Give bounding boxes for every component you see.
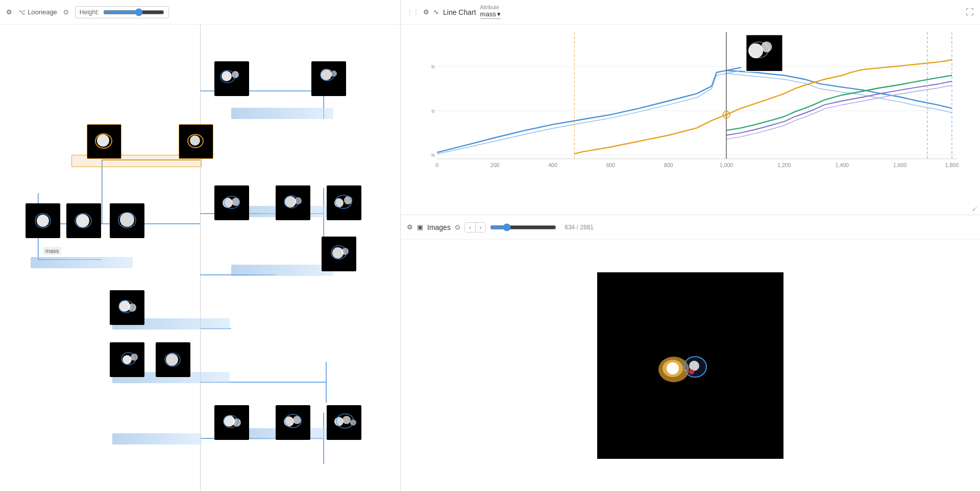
thumb-left-1[interactable]	[26, 203, 60, 238]
images-crosshair-icon: ⊙	[455, 223, 460, 231]
thumb-bot-3[interactable]	[327, 405, 361, 440]
svg-text:150m: 150m	[431, 108, 434, 114]
thumb-bot-2[interactable]	[276, 405, 310, 440]
svg-point-58	[233, 418, 241, 427]
chart-line-icon: ∿	[433, 8, 439, 16]
thumb-low-2[interactable]	[156, 342, 190, 377]
fullscreen-icon: ⛶	[966, 8, 974, 16]
track-bar-1	[231, 108, 333, 119]
drag-handle-icon: ⋮⋮	[407, 9, 419, 16]
thumb-left-3[interactable]	[110, 203, 144, 238]
svg-point-42	[76, 214, 89, 227]
thumb-4[interactable]	[276, 185, 310, 220]
lineage-button[interactable]: ⌥ Looneage	[18, 8, 57, 16]
thumb-orange-1[interactable]	[87, 124, 121, 159]
crosshair-button[interactable]: ⊙	[63, 8, 69, 16]
svg-point-101	[689, 369, 694, 375]
thumb-mid-2[interactable]	[322, 237, 356, 271]
images-crosshair-button[interactable]: ⊙	[455, 223, 460, 231]
resize-handle[interactable]: ↙	[972, 204, 978, 213]
svg-text:200m: 200m	[431, 63, 434, 69]
main-image[interactable]	[597, 272, 783, 459]
thumb-bot-1[interactable]	[214, 405, 249, 440]
gear-button[interactable]: ⚙	[6, 8, 12, 16]
svg-point-64	[342, 416, 351, 424]
chart-title: Line Chart	[443, 8, 476, 16]
svg-point-100	[689, 361, 699, 371]
chart-toolbar: ⋮⋮ ⚙ ∿ Line Chart Attribute mass ▾ ⛶	[401, 0, 980, 25]
svg-text:0: 0	[435, 162, 438, 168]
chart-area[interactable]: 200m 150m 100m 0 200 400 600 800 1,000 1…	[401, 25, 980, 215]
lineage-panel: ⚙ ⌥ Looneage ⊙ Height:	[0, 0, 401, 491]
svg-point-44	[120, 213, 134, 227]
track-bar-4	[31, 257, 133, 268]
svg-point-27	[97, 134, 109, 147]
next-button[interactable]: ›	[476, 223, 486, 232]
images-icon: ▣	[417, 223, 423, 231]
chart-gear-icon: ⚙	[423, 8, 429, 16]
images-content	[401, 240, 980, 491]
image-counter: 634 / 2881	[565, 224, 594, 231]
svg-text:1,600: 1,600	[893, 162, 907, 168]
svg-text:1,800: 1,800	[945, 162, 959, 168]
svg-text:1,200: 1,200	[777, 162, 791, 168]
attribute-value: mass	[480, 10, 496, 18]
lineage-icon: ⌥	[18, 9, 26, 16]
thumb-2[interactable]	[311, 61, 346, 96]
fullscreen-button[interactable]: ⛶	[966, 8, 974, 17]
svg-point-63	[334, 417, 344, 426]
images-gear-button[interactable]: ⚙	[407, 223, 413, 231]
height-label: Height:	[80, 9, 99, 16]
svg-text:100m: 100m	[431, 152, 434, 158]
prev-button[interactable]: ‹	[465, 223, 476, 232]
thumb-1[interactable]	[214, 61, 249, 96]
images-gear-icon: ⚙	[407, 223, 413, 231]
images-toolbar: ⚙ ▣ Images ⊙ ‹ › 634 / 2881	[401, 215, 980, 240]
svg-point-40	[37, 215, 49, 227]
svg-text:600: 600	[606, 162, 616, 168]
images-slider[interactable]	[490, 223, 556, 231]
track-bar-8	[112, 433, 202, 445]
chart-svg: 200m 150m 100m 0 200 400 600 800 1,000 1…	[431, 32, 972, 194]
lineage-toolbar: ⚙ ⌥ Looneage ⊙ Height:	[0, 0, 400, 25]
mass-label: mass	[43, 247, 61, 255]
thumb-3[interactable]	[214, 185, 249, 220]
images-title: Images	[427, 223, 451, 231]
svg-point-98	[670, 365, 676, 371]
crosshair-icon: ⊙	[63, 8, 69, 16]
svg-text:400: 400	[548, 162, 557, 168]
lineage-canvas[interactable]: mass	[0, 25, 400, 491]
height-slider[interactable]	[103, 8, 164, 16]
thumb-low-1[interactable]	[110, 342, 144, 377]
height-control: Height:	[75, 6, 169, 18]
images-panel: ⚙ ▣ Images ⊙ ‹ › 634 / 2881	[401, 215, 980, 491]
lineage-label: Looneage	[28, 8, 57, 16]
svg-point-89	[725, 113, 728, 116]
thumb-orange-2[interactable]	[179, 124, 213, 159]
right-panels: ⋮⋮ ⚙ ∿ Line Chart Attribute mass ▾ ⛶	[401, 0, 980, 491]
gear-icon: ⚙	[6, 8, 12, 16]
thumb-mid-1[interactable]	[110, 290, 144, 325]
svg-point-38	[344, 196, 352, 204]
nav-button-group: ‹ ›	[464, 222, 486, 232]
chart-panel: ⋮⋮ ⚙ ∿ Line Chart Attribute mass ▾ ⛶	[401, 0, 980, 215]
svg-text:200: 200	[491, 162, 500, 168]
chart-gear-button[interactable]: ⚙	[423, 8, 429, 16]
svg-text:1,400: 1,400	[836, 162, 849, 168]
dropdown-arrow-icon: ▾	[497, 10, 501, 18]
thumb-left-2[interactable]	[66, 203, 101, 238]
attribute-dropdown[interactable]: mass ▾	[480, 10, 501, 19]
svg-text:1,000: 1,000	[720, 162, 733, 168]
attribute-label: Attribute	[480, 5, 501, 10]
track-bar-3	[231, 265, 333, 276]
svg-text:800: 800	[664, 162, 673, 168]
svg-point-47	[128, 303, 136, 312]
svg-point-21	[222, 71, 232, 81]
svg-point-92	[761, 41, 772, 52]
thumb-5[interactable]	[327, 185, 361, 220]
attribute-select: Attribute mass ▾	[480, 5, 501, 19]
svg-point-55	[166, 354, 178, 366]
main-image-svg	[597, 272, 783, 459]
svg-point-29	[190, 135, 200, 146]
